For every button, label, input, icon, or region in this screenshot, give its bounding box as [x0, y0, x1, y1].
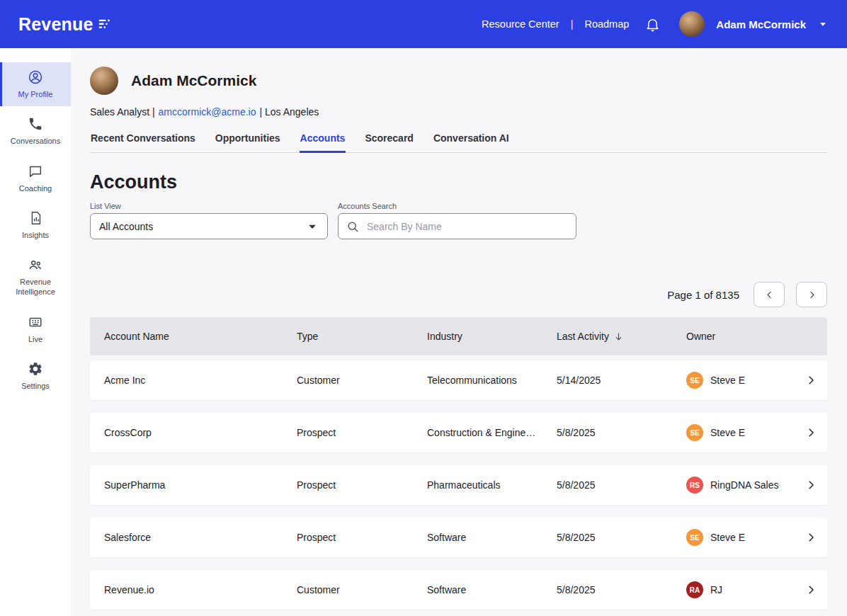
row-chevron-right-icon[interactable]: [795, 479, 827, 491]
top-navbar: Revenue Resource Center | Roadmap Adam M…: [0, 0, 847, 48]
column-header[interactable]: Last Activity: [557, 331, 686, 342]
gear-icon: [28, 361, 43, 377]
type-cell: Customer: [297, 375, 427, 386]
accounts-search-label: Accounts Search: [338, 202, 576, 210]
profile-avatar: [90, 67, 118, 95]
accounts-table-header: Account Name Type Industry: [90, 317, 827, 355]
owner-avatar: SE: [686, 372, 703, 389]
column-header[interactable]: Industry: [427, 331, 557, 342]
owner-name: Steve E: [710, 532, 745, 543]
owner-cell: SE Steve E: [686, 529, 795, 546]
column-header-label: Industry: [427, 331, 462, 342]
pagination: Page 1 of 8135: [90, 282, 827, 307]
revenue-logo[interactable]: Revenue: [18, 14, 112, 35]
list-view-select[interactable]: All Accounts: [90, 213, 328, 239]
profile-email-link[interactable]: amccormick@acme.io: [159, 106, 256, 118]
sidebar-item[interactable]: Insights: [0, 203, 71, 247]
tab[interactable]: Opportunities: [215, 128, 281, 152]
last-activity-cell: 5/14/2025: [557, 375, 686, 386]
sidebar-item-label: My Profile: [18, 89, 53, 99]
page-info: Page 1 of 8135: [667, 289, 739, 301]
owner-name: RingDNA Sales: [710, 479, 779, 491]
last-activity-cell: 5/8/2025: [557, 427, 686, 438]
phone-icon: [28, 116, 43, 132]
table-row[interactable]: Acme Inc Customer Telecommunications 5/1…: [90, 360, 827, 400]
sidebar: My Profile Conversations Coaching Insigh…: [0, 48, 71, 616]
sidebar-item[interactable]: Live: [0, 307, 71, 351]
owner-cell: RA RJ: [686, 581, 795, 598]
table-row[interactable]: Salesforce Prospect Software 5/8/2025 SE…: [90, 518, 827, 557]
industry-cell: Construction & Engine…: [427, 427, 557, 438]
sidebar-item-label: Live: [28, 334, 42, 344]
resource-center-link[interactable]: Resource Center: [482, 18, 559, 30]
accounts-table-body: Acme Inc Customer Telecommunications 5/1…: [90, 360, 827, 610]
accounts-controls: List View All Accounts Accounts Search: [90, 202, 827, 239]
logo-signal-icon: [98, 17, 112, 31]
column-header[interactable]: Account Name: [104, 331, 297, 342]
tab[interactable]: Recent Conversations: [90, 128, 196, 152]
profile-tabs: Recent Conversations Opportunities Accou…: [90, 128, 827, 153]
sidebar-item[interactable]: Coaching: [0, 156, 71, 200]
table-row[interactable]: SuperPharma Prospect Pharmaceuticals 5/8…: [90, 465, 827, 505]
profile-header: Adam McCormick: [90, 67, 827, 95]
chevron-down-icon[interactable]: [817, 18, 829, 30]
column-header-label: Type: [297, 331, 318, 342]
navbar-right: Resource Center | Roadmap Adam McCormick: [482, 11, 829, 37]
search-box: [338, 213, 576, 239]
sidebar-item-label: Settings: [21, 381, 50, 391]
owner-avatar: RA: [686, 581, 703, 598]
nav-separator: |: [571, 18, 574, 30]
accounts-search-control: Accounts Search: [338, 202, 576, 239]
tab[interactable]: Conversation AI: [433, 128, 510, 152]
account-name-cell: CrossCorp: [104, 427, 297, 438]
table-row[interactable]: CrossCorp Prospect Construction & Engine…: [90, 413, 827, 452]
sidebar-item[interactable]: My Profile: [0, 62, 71, 106]
last-activity-cell: 5/8/2025: [557, 532, 686, 543]
type-cell: Prospect: [297, 427, 427, 438]
user-name[interactable]: Adam McCormick: [716, 18, 806, 30]
owner-cell: RS RingDNA Sales: [686, 477, 795, 494]
owner-avatar: RS: [686, 477, 703, 494]
industry-cell: Software: [427, 532, 557, 543]
row-chevron-right-icon[interactable]: [795, 531, 827, 544]
next-page-button[interactable]: [796, 282, 827, 307]
table-row[interactable]: Revenue.io Customer Software 5/8/2025 RA…: [90, 570, 827, 610]
owner-name: RJ: [710, 584, 722, 595]
previous-page-button[interactable]: [754, 282, 785, 307]
tab[interactable]: Scorecard: [364, 128, 414, 152]
account-name-cell: Acme Inc: [104, 375, 297, 386]
notifications-bell-icon[interactable]: [644, 16, 661, 33]
row-chevron-right-icon[interactable]: [795, 374, 827, 387]
column-header[interactable]: Type: [297, 331, 427, 342]
column-header-label: Account Name: [104, 331, 169, 342]
owner-cell: SE Steve E: [686, 424, 795, 441]
sidebar-item-label: Insights: [22, 230, 49, 240]
search-input[interactable]: [365, 220, 569, 233]
last-activity-cell: 5/8/2025: [557, 479, 686, 491]
owner-name: Steve E: [710, 375, 745, 386]
industry-cell: Pharmaceuticals: [427, 479, 557, 491]
column-header-label: Owner: [686, 331, 715, 342]
tab[interactable]: Accounts: [300, 128, 346, 152]
list-view-selected-value: All Accounts: [99, 221, 153, 232]
row-chevron-right-icon[interactable]: [795, 583, 827, 596]
owner-cell: SE Steve E: [686, 372, 795, 389]
row-chevron-right-icon[interactable]: [795, 426, 827, 439]
select-caret-down-icon: [306, 220, 319, 233]
owner-avatar: SE: [686, 424, 703, 441]
profile-role: Sales Analyst |: [90, 106, 155, 118]
sort-descending-icon[interactable]: [613, 331, 624, 342]
roadmap-link[interactable]: Roadmap: [584, 18, 629, 30]
profile-icon: [28, 69, 43, 85]
sidebar-item[interactable]: Settings: [0, 354, 71, 398]
page-title: Accounts: [90, 171, 827, 193]
user-avatar[interactable]: [679, 11, 705, 37]
live-icon: [28, 314, 43, 330]
sidebar-item[interactable]: Revenue Intelligence: [0, 250, 71, 304]
sidebar-item[interactable]: Conversations: [0, 109, 71, 153]
profile-name: Adam McCormick: [131, 72, 256, 89]
list-view-control: List View All Accounts: [90, 202, 328, 239]
column-header[interactable]: Owner: [686, 331, 795, 342]
industry-cell: Telecommunications: [427, 375, 557, 386]
type-cell: Prospect: [297, 479, 427, 491]
